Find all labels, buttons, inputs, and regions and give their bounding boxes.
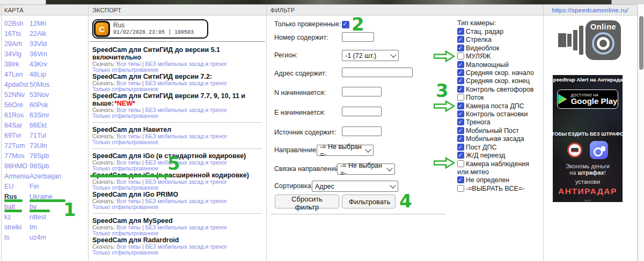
source-input[interactable] — [342, 126, 382, 136]
camera-type-checkbox[interactable] — [457, 185, 464, 192]
camera-type-checkbox[interactable] — [457, 69, 464, 76]
map-region-link[interactable]: tm — [30, 223, 37, 231]
map-region-link[interactable]: balt — [4, 203, 30, 211]
map-region-link[interactable]: 4pda0st — [4, 81, 30, 88]
map-region-link[interactable]: rdtest — [30, 213, 46, 221]
export-entry-title: SpeedCam для MySpeed — [92, 217, 262, 225]
map-region-row: 61Ros 63Smr — [4, 110, 86, 120]
google-play-badge[interactable]: ДОСТУПНО НА Google Play — [557, 90, 618, 109]
camera-type-checkbox[interactable] — [457, 86, 464, 93]
map-region-link[interactable]: by — [30, 203, 36, 211]
map-region-link[interactable]: 60Psk — [30, 101, 48, 109]
direction-select[interactable]: -= Не выбран =- — [317, 145, 374, 156]
map-region-link[interactable]: 16Tts — [4, 30, 30, 38]
map-region-link[interactable]: 38Irk — [4, 61, 30, 68]
camera-type-checkbox[interactable] — [457, 36, 464, 43]
camera-type-checkbox[interactable] — [457, 110, 464, 117]
map-region-link[interactable]: 12Mri — [30, 20, 46, 27]
camera-type-checkbox[interactable] — [457, 102, 464, 109]
map-region-link[interactable]: 77Mos — [4, 152, 30, 160]
map-region-link[interactable]: 34Vlg — [4, 50, 30, 58]
camera-type-row: Средняя скор. конец — [457, 77, 540, 85]
map-region-link[interactable]: 61Ros — [4, 111, 30, 119]
camera-type-checkbox[interactable] — [457, 176, 464, 183]
map-region-row: 77Mos 78Spb — [4, 151, 86, 161]
camera-type-checkbox[interactable] — [457, 160, 464, 167]
region-select[interactable]: -1 (72 шт.) — [342, 50, 399, 61]
map-region-link[interactable]: 86HMO — [4, 162, 30, 170]
camera-type-checkbox[interactable] — [457, 53, 464, 59]
map-region-link[interactable]: 98Spb — [30, 162, 49, 170]
map-region-link[interactable]: 29Arh — [4, 40, 30, 48]
map-region-link[interactable]: 22Alk — [30, 30, 46, 38]
sort-select[interactable]: Адрес — [312, 181, 398, 192]
map-region-link[interactable]: uz4m — [30, 234, 46, 241]
filtered-only-link[interactable]: Только отфильтрованное — [92, 184, 158, 191]
map-region-link[interactable]: Rus — [4, 193, 30, 200]
map-region-link[interactable]: 69Tvr — [4, 132, 30, 139]
camera-type-checkbox[interactable] — [457, 61, 464, 68]
map-region-link[interactable]: 36Vrn — [30, 50, 47, 58]
filtered-only-link[interactable]: Только отфильтрованное — [92, 139, 158, 145]
camera-type-label: Камера поста ДПС — [466, 102, 524, 110]
export-entries: SpeedCam для СитиГИД до версии 5.1 включ… — [92, 46, 262, 256]
filtered-only-link[interactable]: Только отфильтрованное — [92, 204, 158, 210]
export-entry: SpeedCam для Навител Скачать: Все типы |… — [92, 126, 262, 149]
map-region-link[interactable]: 73Uln — [30, 142, 47, 150]
address-input[interactable] — [342, 68, 413, 77]
filtered-only-link[interactable]: Только отфильтрованное — [92, 165, 158, 171]
map-region-link[interactable]: 02Bsh — [4, 20, 30, 27]
camera-type-checkbox[interactable] — [457, 118, 464, 125]
map-region-link[interactable]: 52NNv — [4, 91, 30, 99]
map-region-link[interactable]: 72Tum — [4, 142, 30, 150]
number-input[interactable] — [342, 32, 374, 42]
apply-filter-button[interactable]: Фильтровать — [342, 195, 396, 208]
filtered-only-link[interactable]: Только отфильтрованное — [92, 249, 158, 256]
verified-checkbox[interactable] — [342, 21, 349, 28]
map-region-link[interactable]: 53Nov — [30, 91, 49, 99]
camera-type-checkbox[interactable] — [457, 94, 464, 101]
camera-type-checkbox[interactable] — [457, 44, 464, 51]
map-region-link[interactable]: Armenia — [4, 173, 30, 180]
filtered-only-link[interactable]: Только отфильтрованное — [92, 113, 158, 119]
reset-filter-button[interactable]: Сбросить фильтр — [275, 195, 339, 208]
camera-type-checkbox[interactable] — [457, 152, 464, 159]
filtered-only-link[interactable]: Только отфильтрованное — [92, 230, 158, 236]
scrollbar-thumb[interactable] — [639, 16, 643, 70]
map-region-link[interactable]: Ukraine — [30, 193, 53, 200]
map-region-link[interactable]: ts — [4, 234, 30, 241]
map-region-link[interactable]: 56Ore — [4, 101, 30, 109]
map-region-link[interactable]: 63Smr — [30, 111, 49, 119]
filtered-only-link[interactable]: Только отфильтрованное — [92, 86, 158, 92]
map-region-link[interactable]: strelki — [4, 223, 30, 231]
camera-type-checkbox[interactable] — [457, 144, 464, 151]
e-coord-input[interactable] — [342, 107, 382, 116]
camera-type-label: Контроль светофоров — [466, 86, 533, 93]
map-region-link[interactable]: 50Mos — [30, 81, 50, 88]
map-region-link[interactable]: 64Sar — [4, 122, 30, 129]
map-region-link[interactable]: 78Spb — [30, 152, 49, 160]
map-region-link[interactable]: Azerbaijan — [30, 173, 61, 180]
direction-link-select[interactable]: -= Не выбран =- — [337, 163, 395, 175]
map-region-row: 64Sar 66Ekt — [4, 120, 86, 130]
antiradar-ad-banner[interactable]: Speedtrap Alert на Антирадар ДОСТУПНО НА… — [553, 75, 623, 202]
camera-type-row: Камера поста ДПС — [457, 102, 540, 110]
map-region-link[interactable]: 71Tul — [30, 132, 46, 139]
camera-type-checkbox[interactable] — [457, 127, 464, 134]
map-region-link[interactable]: 66Ekt — [30, 122, 47, 129]
map-region-link[interactable]: kz — [4, 213, 30, 221]
map-region-link[interactable]: 47Len — [4, 71, 30, 78]
site-url-link[interactable]: https://speedcamonline.ru/ — [544, 7, 636, 13]
map-region-link[interactable]: EU — [4, 183, 30, 190]
map-region-link[interactable]: 43Krv — [30, 61, 47, 68]
logo-speaker-icon — [558, 33, 566, 47]
filtered-only-link[interactable]: Только отфильтрованное — [92, 66, 158, 73]
camera-type-checkbox[interactable] — [457, 77, 464, 84]
camera-type-checkbox[interactable] — [457, 28, 464, 35]
n-coord-input[interactable] — [342, 87, 382, 96]
map-region-link[interactable]: 48Lip — [30, 71, 46, 78]
map-region-link[interactable]: 33Vld — [30, 40, 47, 48]
export-informer-badge[interactable]: C Rus 01/02/2026 23:05 | 100503 — [92, 19, 208, 39]
camera-type-checkbox[interactable] — [457, 135, 464, 142]
map-region-link[interactable]: Fin — [30, 183, 39, 190]
